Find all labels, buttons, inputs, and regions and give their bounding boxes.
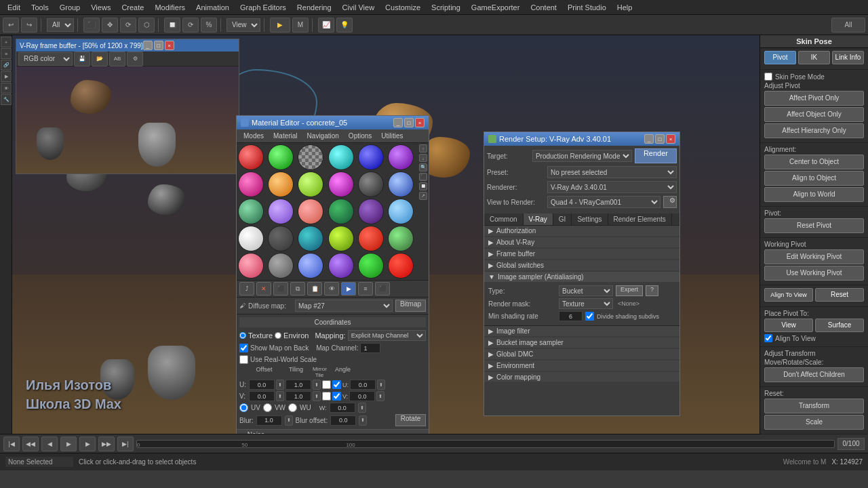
- timeline-play-btn[interactable]: ▶: [60, 436, 77, 451]
- align-view-btn[interactable]: Align To View: [764, 288, 813, 302]
- me-maximize-btn[interactable]: □: [404, 118, 414, 127]
- rotate-btn[interactable]: ⟳: [120, 18, 136, 33]
- menu-customize[interactable]: Customize: [380, 2, 425, 13]
- menu-scripting[interactable]: Scripting: [427, 2, 465, 13]
- rs-tab-render-elements[interactable]: Render Elements: [608, 214, 672, 225]
- menu-rendering[interactable]: Rendering: [292, 2, 336, 13]
- menu-gameexporter[interactable]: GameExporter: [467, 2, 525, 13]
- align-to-obj-btn[interactable]: Align to Object: [764, 171, 864, 186]
- swatch-3[interactable]: [328, 144, 354, 170]
- rs-dmc-header[interactable]: ▶ Global DMC: [484, 349, 679, 359]
- swatch-21[interactable]: [328, 226, 354, 251]
- vray-save-btn[interactable]: 💾: [74, 52, 90, 66]
- menu-tools[interactable]: Tools: [26, 2, 54, 13]
- swatch-16[interactable]: [358, 199, 384, 224]
- rs-auth-header[interactable]: ▶ Authorization: [484, 226, 679, 236]
- swatch-9[interactable]: [328, 171, 354, 197]
- ik-btn[interactable]: IK: [798, 51, 830, 64]
- rs-question-btn[interactable]: ?: [646, 285, 658, 296]
- v-tiling-spin[interactable]: ⬆: [313, 391, 321, 401]
- me-menu-navigation[interactable]: Navigation: [303, 131, 343, 141]
- rs-view-select[interactable]: Quad 4 - VRayCam001: [547, 196, 660, 208]
- environ-radio[interactable]: [275, 332, 281, 339]
- me-menu-options[interactable]: Options: [344, 131, 376, 141]
- rs-tab-common[interactable]: Common: [484, 214, 524, 225]
- rs-target-select[interactable]: Production Rendering Mode: [532, 150, 632, 162]
- mapping-select[interactable]: Explicit Map Channel: [348, 330, 426, 341]
- me-menu-utilities[interactable]: Utilities: [377, 131, 407, 141]
- reset-align-btn[interactable]: Reset: [815, 288, 864, 302]
- diffuse-map-select[interactable]: Map #27: [295, 300, 393, 312]
- me-tb-paste[interactable]: 📋: [307, 282, 322, 296]
- rs-minimize-btn[interactable]: _: [644, 134, 654, 144]
- v-angle-spin[interactable]: ⬆: [376, 391, 384, 401]
- me-tb-delete[interactable]: ✕: [256, 282, 271, 296]
- swatch-27[interactable]: [328, 253, 354, 279]
- me-tb-move[interactable]: ⤴: [239, 282, 254, 296]
- affect-pivot-only-btn[interactable]: Affect Pivot Only: [764, 91, 864, 106]
- me-menu-modes[interactable]: Modes: [239, 131, 268, 141]
- vray-open-btn[interactable]: 📂: [92, 52, 108, 66]
- undo-btn[interactable]: ↩: [3, 18, 19, 33]
- scale-btn[interactable]: ⬡: [138, 18, 155, 33]
- me-tb-copy[interactable]: ⧉: [290, 282, 305, 296]
- blur-input[interactable]: [256, 415, 282, 426]
- swatch-29[interactable]: [388, 253, 414, 279]
- v-offset-input[interactable]: [249, 391, 275, 401]
- rs-tab-gi[interactable]: GI: [553, 214, 572, 225]
- utilities-icon[interactable]: 🔧: [1, 94, 12, 105]
- me-tb-type[interactable]: ⬛: [375, 282, 390, 296]
- vw-radio[interactable]: [263, 403, 272, 412]
- rs-close-btn[interactable]: ×: [666, 134, 675, 144]
- swatch-0[interactable]: [238, 144, 264, 170]
- angle-snap-btn[interactable]: ⟳: [182, 18, 199, 33]
- me-tb-channels[interactable]: ≡: [358, 282, 373, 296]
- swatch-19[interactable]: [268, 226, 294, 251]
- wu-radio[interactable]: [288, 403, 297, 412]
- blur-spin[interactable]: ⬆: [285, 415, 293, 426]
- swatch-tb-2[interactable]: ↓: [419, 154, 427, 162]
- vray-minimize-btn[interactable]: _: [143, 41, 153, 50]
- map-channel-input[interactable]: [360, 343, 380, 353]
- swatch-24[interactable]: [238, 253, 264, 279]
- view-place-btn[interactable]: View: [764, 319, 813, 332]
- vray-maximize-btn[interactable]: □: [154, 41, 163, 50]
- v-mirror-check[interactable]: [322, 392, 331, 401]
- show-map-check[interactable]: [239, 344, 248, 352]
- w-angle-input[interactable]: [330, 403, 355, 413]
- edit-working-pivot-btn[interactable]: Edit Working Pivot: [764, 249, 864, 264]
- blur-offset-input[interactable]: [330, 415, 356, 426]
- swatch-tb-6[interactable]: ↗: [419, 192, 427, 200]
- menu-modifiers[interactable]: Modifiers: [150, 2, 190, 13]
- hierarchy-icon[interactable]: 🔗: [1, 60, 12, 70]
- material-editor-btn[interactable]: M: [292, 18, 309, 33]
- swatch-2[interactable]: [298, 144, 323, 170]
- u-mirror-check[interactable]: [322, 380, 331, 389]
- menu-graph-editors[interactable]: Graph Editors: [235, 2, 291, 13]
- menu-views[interactable]: Views: [86, 2, 115, 13]
- me-close-btn[interactable]: ×: [415, 118, 425, 127]
- frame-counter[interactable]: 0/100: [837, 438, 865, 450]
- rotate-btn-me[interactable]: Rotate: [395, 414, 426, 426]
- rs-env-header[interactable]: ▶ Environment: [484, 361, 679, 371]
- modify-icon[interactable]: ≡: [1, 48, 12, 59]
- rs-divide-check[interactable]: [585, 312, 594, 321]
- swatch-tb-1[interactable]: ↑: [419, 144, 427, 152]
- timeline-step-back-btn[interactable]: ◀: [41, 436, 58, 451]
- rs-type-select[interactable]: Bucket: [559, 285, 613, 296]
- swatch-12[interactable]: [238, 199, 264, 224]
- swatch-23[interactable]: [388, 226, 414, 251]
- swatch-17[interactable]: [388, 199, 414, 224]
- u-offset-spin[interactable]: ⬆: [276, 380, 284, 390]
- texture-radio[interactable]: [239, 332, 246, 339]
- scale-reset-btn[interactable]: Scale: [764, 415, 864, 430]
- swatch-tb-4[interactable]: ⬛: [419, 173, 427, 181]
- timeline-next-btn[interactable]: ▶|: [117, 436, 134, 451]
- motion-icon[interactable]: ▶: [1, 71, 12, 82]
- me-minimize-btn[interactable]: _: [393, 118, 403, 127]
- swatch-6[interactable]: [238, 171, 264, 197]
- blur-offset-spin[interactable]: ⬆: [359, 415, 367, 426]
- render-button[interactable]: Render: [635, 148, 677, 163]
- me-tb-show[interactable]: 👁: [324, 282, 339, 296]
- transform-reset-btn[interactable]: Transform: [764, 399, 864, 413]
